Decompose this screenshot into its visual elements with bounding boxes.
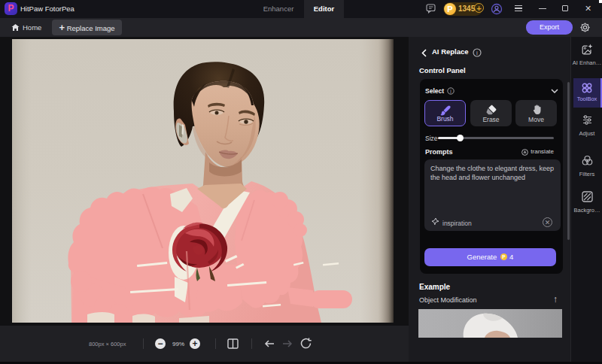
svg-text:i: i xyxy=(450,89,451,94)
svg-text:P: P xyxy=(503,254,506,259)
svg-text:i: i xyxy=(476,50,478,56)
